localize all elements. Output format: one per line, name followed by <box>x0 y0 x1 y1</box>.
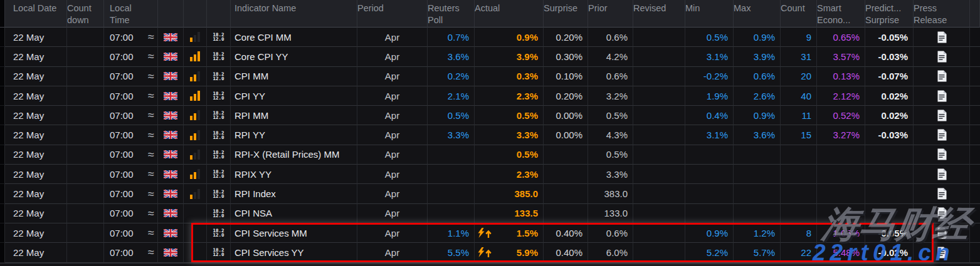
press-release-doc-icon[interactable] <box>937 31 947 43</box>
col-local-date[interactable]: Local Date <box>5 0 67 28</box>
economic-history-icon[interactable]: 18.212.0 <box>213 228 224 237</box>
scroll-gutter <box>970 243 980 262</box>
cell-countdown <box>67 204 104 223</box>
actual-value: 3.9% <box>517 51 538 62</box>
table-row[interactable]: 22 May07:00≈18.212.0CPI Services MMApr1.… <box>0 223 980 243</box>
cell-prediction-surprise <box>865 145 914 165</box>
col-prior[interactable]: Prior <box>588 0 633 28</box>
cell-actual: 0.5% <box>475 145 544 165</box>
press-release-doc-icon[interactable] <box>937 148 947 160</box>
table-row[interactable]: 22 May07:00≈18.212.0CPI YYApr2.1%2.3%0.2… <box>0 86 980 106</box>
economic-history-icon[interactable]: 18.212.0 <box>213 150 224 159</box>
table-row[interactable]: 22 May07:00≈18.212.0CPI MMApr0.2%0.3%0.1… <box>0 67 980 86</box>
economic-history-icon[interactable]: 18.212.0 <box>213 72 224 81</box>
cell-count <box>781 204 817 223</box>
press-release-doc-icon[interactable] <box>937 247 947 258</box>
local-time-value: 07:00 <box>110 110 134 121</box>
uk-flag-icon <box>164 248 177 257</box>
cell-min <box>685 165 734 184</box>
cell-max: 3.6% <box>734 125 781 145</box>
cell-smart-economics: 0.13% <box>817 67 865 86</box>
cell-surprise: 0.10% <box>544 67 588 86</box>
col-min[interactable]: Min <box>685 0 734 28</box>
cell-importance <box>184 28 207 47</box>
press-release-doc-icon[interactable] <box>937 51 947 63</box>
scroll-gutter <box>970 184 980 203</box>
table-row[interactable]: 22 May07:00≈18.212.0CPI NSAApr133.5133.0 <box>0 204 980 223</box>
actual-value: 0.5% <box>517 149 538 160</box>
table-row[interactable]: 22 May07:00≈18.212.0Core CPI YYApr3.6%3.… <box>0 47 980 66</box>
col-flag <box>158 0 184 28</box>
cell-press-release <box>914 204 970 223</box>
col-local-time[interactable]: LocalTime <box>104 0 158 28</box>
col-max[interactable]: Max <box>734 0 781 28</box>
economic-history-icon[interactable]: 18.212.0 <box>213 131 224 140</box>
table-row[interactable]: 22 May07:00≈18.212.0CPI Services YYApr5.… <box>0 243 980 262</box>
col-count[interactable]: Count <box>781 0 817 28</box>
economic-history-icon[interactable]: 18.212.0 <box>213 248 224 257</box>
economic-history-icon[interactable]: 18.212.0 <box>213 209 224 218</box>
scroll-gutter <box>970 165 980 184</box>
cell-reuters-poll <box>428 145 475 165</box>
table-row[interactable]: 22 May07:00≈18.212.0RPI YYApr3.3%3.3%0.0… <box>0 125 980 145</box>
press-release-doc-icon[interactable] <box>937 168 947 180</box>
table-row[interactable]: 22 May07:00≈18.212.0RPI MMApr0.5%0.5%0.0… <box>0 106 980 125</box>
col-indicator-name[interactable]: Indicator Name <box>231 0 357 28</box>
press-release-doc-icon[interactable] <box>937 188 947 200</box>
table-row[interactable]: 22 May07:00≈18.212.0RPI IndexApr385.0383… <box>0 184 980 203</box>
cell-smart-economics: 5.48% <box>817 243 865 262</box>
col-label: Prior <box>588 3 608 14</box>
cell-prediction-surprise: -0.05% <box>865 28 914 47</box>
cell-local-time: 07:00≈ <box>104 243 158 262</box>
economic-history-icon[interactable]: 18.212.0 <box>213 111 224 120</box>
left-edge-gutter <box>0 0 5 28</box>
cell-actual: 2.3% <box>475 86 544 106</box>
press-release-doc-icon[interactable] <box>937 227 947 239</box>
col-surprise[interactable]: Surprise <box>544 0 588 28</box>
uk-flag-icon <box>164 170 177 178</box>
table-row[interactable]: 22 May07:00≈18.212.0RPI-X (Retail Prices… <box>0 145 980 165</box>
uk-flag-icon <box>164 53 177 61</box>
cell-local-date: 22 May <box>5 28 67 47</box>
cell-flag <box>158 204 184 223</box>
cell-history: 18.212.0 <box>207 184 231 203</box>
press-release-doc-icon[interactable] <box>937 207 947 219</box>
col-revised[interactable]: Revised <box>633 0 685 28</box>
cell-press-release <box>914 243 970 262</box>
col-countdown[interactable]: Countdown <box>67 0 104 28</box>
cell-revised <box>633 47 685 66</box>
cell-reuters-poll: 5.5% <box>428 243 475 262</box>
press-release-doc-icon[interactable] <box>937 110 947 121</box>
table-row[interactable]: 22 May07:00≈18.212.0Core CPI MMApr0.7%0.… <box>0 28 980 47</box>
cell-history: 18.212.0 <box>207 243 231 262</box>
cell-reuters-poll: 3.3% <box>428 125 475 145</box>
cell-max: 0.9% <box>734 106 781 125</box>
press-release-doc-icon[interactable] <box>937 90 947 102</box>
economic-history-icon[interactable]: 18.212.0 <box>213 52 224 61</box>
press-release-doc-icon[interactable] <box>937 70 947 82</box>
cell-actual: 385.0 <box>475 184 544 203</box>
col-prediction-surprise[interactable]: Predict...Surprise <box>865 0 914 28</box>
actual-value: 133.5 <box>514 208 538 218</box>
col-reuters-poll[interactable]: ReutersPoll <box>428 0 475 28</box>
col-actual[interactable]: Actual <box>475 0 544 28</box>
economic-history-icon[interactable]: 18.212.0 <box>213 190 224 198</box>
cell-importance <box>184 125 207 145</box>
cell-surprise: 0.40% <box>544 243 588 262</box>
press-release-doc-icon[interactable] <box>937 129 947 141</box>
cell-local-date: 22 May <box>5 204 67 223</box>
col-press-release[interactable]: PressRelease <box>914 0 970 28</box>
cell-countdown <box>67 67 104 86</box>
cell-local-time: 07:00≈ <box>104 184 158 203</box>
cell-indicator-name: CPI MM <box>231 67 357 86</box>
cell-flag <box>158 106 184 125</box>
economic-history-icon[interactable]: 18.212.0 <box>213 91 224 100</box>
col-period[interactable]: Period <box>357 0 428 28</box>
table-row[interactable]: 22 May07:00≈18.212.0RPIX YYApr2.3%3.3% <box>0 165 980 184</box>
economic-history-icon[interactable]: 18.212.0 <box>213 33 224 41</box>
cell-indicator-name: RPI Index <box>231 184 357 203</box>
left-edge-gutter <box>0 204 5 223</box>
col-smart-economics[interactable]: SmartEcono... <box>817 0 865 28</box>
cell-min: 3.1% <box>685 125 734 145</box>
economic-history-icon[interactable]: 18.212.0 <box>213 170 224 178</box>
